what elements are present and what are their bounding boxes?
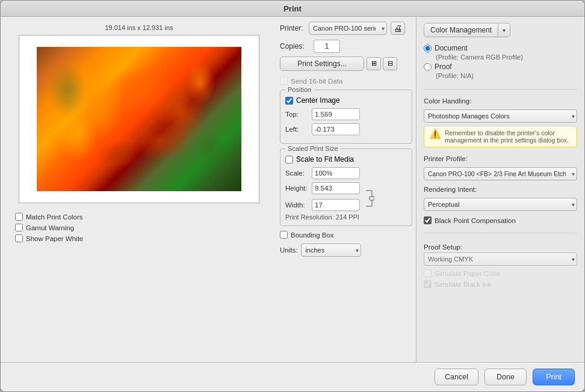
dialog-body: 19.014 ins x 12.931 ins Match Print Colo… [1, 17, 584, 362]
copies-label: Copies: [280, 42, 310, 51]
left-panel: 19.014 ins x 12.931 ins Match Print Colo… [1, 17, 277, 362]
black-point-checkbox[interactable] [424, 216, 432, 224]
proof-profile: (Profile: N/A) [436, 72, 577, 79]
gamut-warning-label: Gamut Warning [26, 224, 74, 231]
printer-profile-select-wrapper: Canon PRO-100 <FB> 2/3 Fine Art Museum E… [424, 167, 577, 180]
warning-text: Remember to disable the printer's color … [445, 129, 572, 144]
show-paper-white-checkbox[interactable] [15, 234, 23, 242]
print-settings-button[interactable]: Print Settings... [280, 57, 364, 71]
resolution-text: Print Resolution: 214 PPI [285, 213, 407, 221]
left-input[interactable] [312, 123, 360, 135]
layout-icon-button[interactable]: ⊞ [367, 57, 381, 70]
left-label: Left: [285, 126, 308, 133]
proof-setup-select-wrapper: Working CMYK [424, 253, 577, 266]
top-row: Top: [285, 108, 407, 120]
color-handling-select-wrapper: Photoshop Manages Colors Printer Manages… [424, 109, 577, 123]
proof-setup-label: Proof Setup: [424, 243, 577, 251]
dimension-label: 19.014 ins x 12.931 ins [105, 24, 173, 31]
position-group-label: Position [285, 86, 314, 93]
svg-rect-1 [370, 197, 374, 200]
color-handling-label: Color Handling: [424, 97, 577, 105]
show-paper-white-row: Show Paper White [15, 234, 83, 242]
match-print-colors-checkbox[interactable] [15, 213, 23, 221]
copies-input[interactable] [314, 40, 340, 53]
scale-inputs-col: Height: Width: [285, 182, 360, 211]
preview-area [19, 35, 259, 203]
height-width-group: Height: Width: [285, 182, 407, 211]
height-row: Height: [285, 182, 360, 194]
cancel-button[interactable]: Cancel [435, 369, 478, 385]
simulate-black-label: Simulate Black Ink [435, 281, 492, 288]
match-print-colors-row: Match Print Colors [15, 213, 83, 221]
simulate-paper-row: Simulate Paper Color [424, 269, 577, 277]
scaled-print-size-label: Scaled Print Size [285, 145, 341, 152]
left-row: Left: [285, 123, 407, 135]
printer-select[interactable]: Canon PRO-100 series [309, 22, 387, 35]
units-select-wrapper: inches cm mm points picas [301, 243, 361, 257]
simulate-black-checkbox [424, 280, 432, 288]
print-button[interactable]: Print [533, 369, 575, 385]
bounding-box-checkbox[interactable] [280, 231, 288, 239]
proof-setup-section: Proof Setup: Working CMYK Simulate Paper… [424, 241, 577, 291]
document-radio[interactable] [424, 44, 432, 52]
gamut-warning-checkbox[interactable] [15, 224, 23, 231]
done-button[interactable]: Done [484, 369, 527, 385]
scale-to-fit-checkbox[interactable] [285, 156, 293, 164]
scaled-print-size-group: Scaled Print Size Scale to Fit Media Sca… [280, 149, 412, 226]
printer-row: Printer: Canon PRO-100 series 🖨 [280, 22, 412, 35]
rendering-intent-select[interactable]: Perceptual Saturation Relative Colorimet… [424, 198, 577, 211]
width-label: Width: [285, 201, 308, 209]
match-print-colors-label: Match Print Colors [26, 213, 83, 221]
send-16bit-checkbox [280, 77, 288, 85]
width-input[interactable] [312, 199, 360, 211]
rendering-intent-label: Rendering Intent: [424, 186, 577, 193]
document-profile: (Profile: Camera RGB Profile) [436, 54, 577, 61]
copies-row: Copies: [280, 40, 412, 53]
dialog-footer: Cancel Done Print [1, 362, 584, 391]
middle-panel: Printer: Canon PRO-100 series 🖨 Copies: … [277, 17, 416, 362]
send-16bit-label: Send 16-bit Data [291, 78, 342, 85]
document-label: Document [435, 44, 468, 52]
color-management-arrow[interactable]: ▾ [498, 23, 510, 37]
flower-overlay [37, 47, 241, 191]
scale-to-fit-label: Scale to Fit Media [296, 155, 354, 164]
warning-box: ⚠️ Remember to disable the printer's col… [424, 126, 577, 147]
document-radio-row: Document [424, 44, 577, 52]
document-proof-section: Document (Profile: Camera RGB Profile) P… [424, 44, 577, 81]
units-label: Units: [280, 247, 297, 254]
height-input[interactable] [312, 182, 360, 194]
scale-row: Scale: [285, 167, 407, 179]
height-label: Height: [285, 185, 308, 192]
color-settings-icon-button[interactable]: ⊟ [383, 57, 397, 70]
simulate-black-row: Simulate Black Ink [424, 280, 577, 288]
black-point-label: Black Point Compensation [435, 217, 516, 224]
bounding-box-row: Bounding Box [280, 231, 412, 239]
gamut-warning-row: Gamut Warning [15, 224, 83, 231]
black-point-row: Black Point Compensation [424, 216, 577, 224]
scale-to-fit-row: Scale to Fit Media [285, 155, 407, 164]
bottom-checkboxes: Match Print Colors Gamut Warning Show Pa… [9, 213, 83, 245]
scale-input[interactable] [312, 167, 360, 179]
printer-profile-select[interactable]: Canon PRO-100 <FB> 2/3 Fine Art Museum E… [424, 167, 577, 180]
proof-setup-select[interactable]: Working CMYK [424, 253, 577, 266]
center-image-checkbox[interactable] [285, 97, 293, 105]
color-handling-select[interactable]: Photoshop Manages Colors Printer Manages… [424, 109, 577, 123]
units-select[interactable]: inches cm mm points picas [301, 243, 361, 257]
units-row: Units: inches cm mm points picas [280, 243, 412, 257]
send-16bit-row: Send 16-bit Data [280, 77, 412, 85]
top-label: Top: [285, 111, 308, 118]
proof-radio[interactable] [424, 63, 432, 71]
top-input[interactable] [312, 108, 360, 120]
proof-radio-row: Proof [424, 63, 577, 71]
scale-label: Scale: [285, 170, 308, 177]
proof-label: Proof [435, 63, 452, 71]
printer-setup-button[interactable]: 🖨 [391, 22, 405, 35]
color-management-button[interactable]: Color Management [424, 23, 498, 37]
right-panel: Color Management ▾ Document (Profile: Ca… [416, 17, 584, 362]
bounding-box-label: Bounding Box [291, 231, 334, 239]
printer-select-wrapper: Canon PRO-100 series [309, 22, 387, 35]
rendering-intent-select-wrapper: Perceptual Saturation Relative Colorimet… [424, 198, 577, 211]
print-dialog: Print 19.014 ins x 12.931 ins Match Prin… [0, 0, 585, 392]
icon-btn-row: ⊞ ⊟ [367, 57, 397, 70]
dialog-title: Print [1, 1, 584, 17]
